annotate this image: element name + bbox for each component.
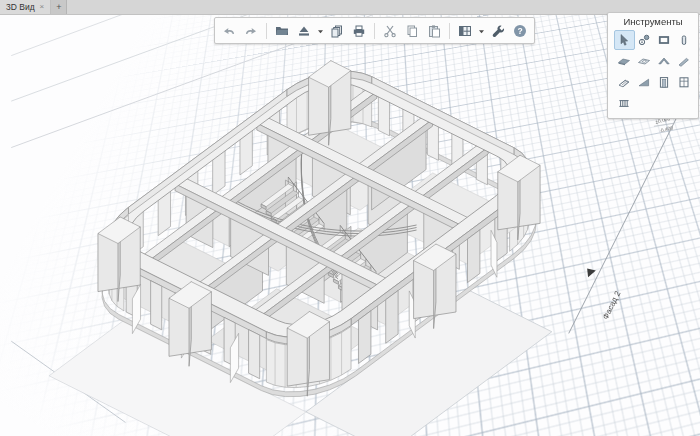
tool-column[interactable] — [674, 30, 695, 50]
tool-stair[interactable] — [614, 72, 635, 92]
stair-icon — [617, 75, 631, 89]
help-icon: ? — [512, 23, 528, 39]
tab-label: 3D Вид — [6, 2, 35, 12]
tab-3d-view[interactable]: 3D Вид × — [0, 0, 51, 14]
tool-door[interactable] — [654, 72, 675, 92]
railing-icon — [617, 96, 631, 110]
viewport-3d[interactable] — [0, 14, 700, 436]
roof-icon — [657, 54, 671, 68]
open-button[interactable] — [273, 21, 291, 40]
axis-grid-icon: A — [637, 33, 651, 47]
tools-panel: Инструменты A — [607, 12, 699, 119]
toolbar-separator — [374, 23, 375, 39]
svg-text:?: ? — [517, 26, 522, 36]
cut-button[interactable] — [381, 21, 399, 40]
tool-select[interactable] — [614, 30, 635, 50]
building-model — [0, 14, 700, 436]
pages-icon — [329, 23, 345, 39]
paste-button[interactable] — [425, 21, 443, 40]
panels-button[interactable] — [456, 21, 474, 40]
tools-panel-title: Инструменты — [608, 16, 698, 27]
undo-button[interactable] — [220, 21, 238, 40]
floor-opening-icon — [637, 54, 651, 68]
wrench-icon — [490, 23, 506, 39]
copy-button[interactable] — [403, 21, 421, 40]
tool-roof[interactable] — [654, 51, 675, 71]
copies-button[interactable] — [328, 21, 346, 40]
publish-button[interactable] — [295, 21, 313, 40]
open-folder-icon — [274, 23, 290, 39]
beam-icon — [677, 54, 691, 68]
redo-icon — [243, 23, 259, 39]
tools-grid: A — [608, 30, 698, 113]
publish-dropdown[interactable] — [317, 21, 324, 40]
copy-icon — [404, 23, 420, 39]
publish-icon — [296, 23, 312, 39]
svg-text:A: A — [640, 40, 643, 45]
tool-floor[interactable] — [614, 51, 635, 71]
new-tab-button[interactable]: + — [51, 0, 67, 14]
tool-wall[interactable] — [654, 30, 675, 50]
main-toolbar: ? — [214, 17, 535, 44]
paste-icon — [426, 23, 442, 39]
window-icon — [677, 75, 691, 89]
layout-panels-icon — [457, 23, 473, 39]
panels-dropdown[interactable] — [478, 21, 485, 40]
tool-beam[interactable] — [674, 51, 695, 71]
floor-slab-icon — [617, 54, 631, 68]
door-icon — [657, 75, 671, 89]
tool-axis[interactable]: A — [634, 30, 655, 50]
cursor-icon — [617, 33, 631, 47]
tab-bar: 3D Вид × + — [0, 0, 700, 15]
settings-button[interactable] — [489, 21, 507, 40]
help-button[interactable]: ? — [511, 21, 529, 40]
tool-railing[interactable] — [614, 93, 635, 113]
column-icon — [677, 33, 691, 47]
printer-icon — [351, 23, 367, 39]
app-window: { "window": { "tab_title": "3D Вид", "ta… — [0, 0, 700, 436]
tool-ramp[interactable] — [634, 72, 655, 92]
toolbar-separator — [449, 23, 450, 39]
tool-window[interactable] — [674, 72, 695, 92]
redo-button[interactable] — [242, 21, 260, 40]
tool-opening[interactable] — [634, 51, 655, 71]
ramp-icon — [637, 75, 651, 89]
scissors-icon — [382, 23, 398, 39]
chevron-down-icon — [478, 23, 485, 39]
wall-icon — [657, 33, 671, 47]
print-button[interactable] — [350, 21, 368, 40]
chevron-down-icon — [317, 23, 324, 39]
tab-close-icon[interactable]: × — [40, 3, 45, 11]
undo-icon — [221, 23, 237, 39]
toolbar-separator — [266, 23, 267, 39]
